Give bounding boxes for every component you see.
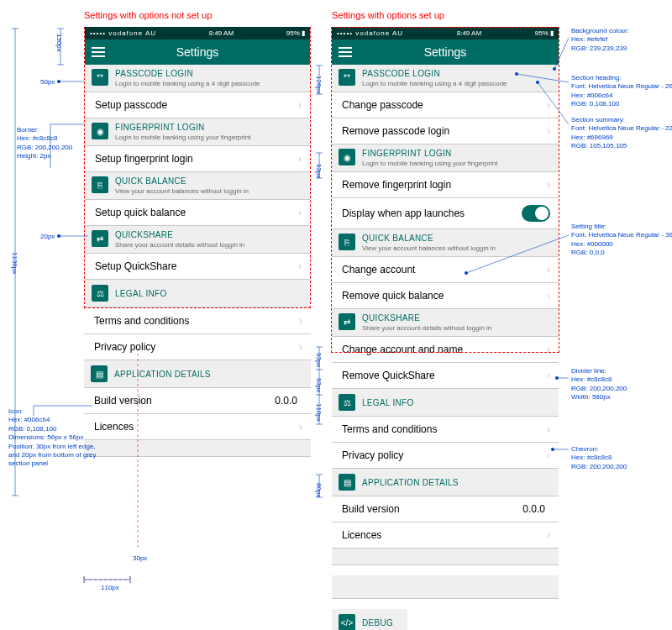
nav-title: Settings — [332, 45, 559, 59]
quickshare-icon: ⇄ — [92, 230, 108, 247]
row-display-launch[interactable]: Display when app launches — [332, 198, 559, 229]
phone-frame: ••••• vodafone AU 8:49 AM 95% ▮ Settings… — [84, 27, 311, 308]
status-bar: ••••• vodafone AU 8:49 AM 95% ▮ — [85, 27, 310, 39]
section-fingerprint: ◉ FINGERPRINT LOGIN Login to mobile bank… — [85, 118, 310, 146]
fingerprint-icon: ◉ — [92, 123, 108, 139]
section-summary: Share your account details without loggi… — [115, 241, 244, 249]
chevron-right-icon: › — [298, 260, 302, 272]
section-heading: APPLICATION DETAILS — [362, 478, 459, 487]
section-summary: View your account balances without loggi… — [115, 187, 249, 195]
appdetails-icon: ▤ — [339, 474, 355, 491]
chevron-right-icon: › — [299, 421, 302, 433]
section-heading: FINGERPRINT LOGIN — [362, 149, 497, 158]
nav-bar: Settings — [332, 39, 559, 65]
section-heading: QUICKSHARE — [115, 230, 244, 239]
chevron-right-icon: › — [547, 290, 550, 302]
status-battery: 95% ▮ — [286, 29, 305, 37]
row-privacy[interactable]: Privacy policy› — [332, 443, 559, 469]
chevron-right-icon: › — [547, 179, 550, 191]
annot-chevron: Chevron: Hex: #c8c8c8 RGB: 200,200,200 — [571, 445, 627, 471]
m-93b: 93px — [314, 378, 323, 392]
status-bar: ••••• vodafone AU 8:49 AM 95% ▮ — [332, 27, 559, 39]
footer-spacer — [84, 440, 311, 457]
chevron-right-icon: › — [298, 153, 302, 165]
section-appdetails: ▤ APPLICATION DETAILS — [332, 469, 559, 496]
section-summary: Login to mobile banking using your finge… — [362, 160, 497, 167]
chevron-right-icon: › — [547, 344, 550, 355]
annot-bg: Background colour: Hex: #efefef RGB: 239… — [571, 27, 629, 53]
device-right: ••••• vodafone AU 8:49 AM 95% ▮ Settings… — [332, 27, 559, 630]
section-fingerprint: ◉ FINGERPRINT LOGIN Login to mobile bank… — [332, 144, 559, 172]
row-change-passcode[interactable]: Change passcode› — [332, 92, 559, 118]
section-appdetails: ▤ APPLICATION DETAILS — [84, 360, 311, 388]
legal-icon: ⚖ — [339, 394, 355, 411]
section-summary: Share your account details without loggi… — [362, 324, 491, 332]
m-130: 130px — [55, 34, 63, 52]
spacer — [332, 549, 559, 565]
nav-title: Settings — [85, 45, 310, 59]
section-heading: PASSCODE LOGIN — [362, 69, 507, 78]
section-legal: ⚖ LEGAL INFO — [332, 389, 559, 417]
row-licences[interactable]: Licences› — [84, 414, 311, 440]
row-licences[interactable]: Licences› — [332, 522, 559, 549]
legal-icon: ⚖ — [92, 285, 108, 302]
m-93a: 93px — [314, 353, 323, 367]
chevron-right-icon: › — [547, 370, 550, 381]
chevron-right-icon: › — [547, 423, 550, 435]
spacer — [332, 575, 559, 599]
debug-icon: </> — [339, 614, 355, 630]
row-setup-quickbalance[interactable]: Setup quick balance› — [85, 200, 310, 226]
phone-frame: ••••• vodafone AU 8:49 AM 95% ▮ Settings… — [332, 27, 559, 337]
row-remove-fingerprint[interactable]: Remove fingerprint login› — [332, 172, 559, 198]
annot-border: Border: Hex: #c8c8c8 RGB: 200,200,200 He… — [17, 126, 72, 161]
annot-heading: Section heading: Font: Helvetica Neue Re… — [571, 74, 672, 109]
section-legal: ⚖ LEGAL INFO — [85, 280, 310, 307]
signal-dots-icon: ••••• vodafone AU — [337, 29, 403, 37]
section-debug: </> DEBUG — [332, 609, 407, 630]
section-passcode: ** PASSCODE LOGIN Login to mobile bankin… — [85, 65, 310, 92]
row-setup-passcode[interactable]: Setup passcode› — [85, 92, 310, 118]
chevron-right-icon: › — [547, 99, 550, 111]
section-summary: Login to mobile banking using a 4 digit … — [115, 80, 260, 87]
section-heading: QUICK BALANCE — [362, 234, 496, 243]
right-title: Settings with options set up — [332, 10, 444, 20]
appdetails-icon: ▤ — [91, 365, 108, 382]
row-build: Build version 0.0.0 — [84, 388, 311, 414]
toggle-on-icon[interactable] — [522, 205, 550, 222]
annot-summary: Section summary: Font: Helvetica Neue Re… — [571, 116, 672, 151]
row-remove-passcode[interactable]: Remove passcode login› — [332, 118, 559, 144]
row-setup-quickshare[interactable]: Setup QuickShare› — [85, 254, 310, 280]
left-title: Settings with options not set up — [84, 10, 212, 20]
section-heading: LEGAL INFO — [362, 398, 414, 407]
quickbalance-icon: ⎘ — [339, 234, 355, 250]
section-quickbalance: ⎘ QUICK BALANCE View your account balanc… — [332, 229, 559, 257]
section-heading: LEGAL INFO — [115, 289, 167, 298]
section-summary: Login to mobile banking using your finge… — [115, 134, 250, 141]
row-terms[interactable]: Terms and conditions› — [84, 308, 311, 334]
section-quickbalance: ⎘ QUICK BALANCE View your account balanc… — [85, 172, 310, 200]
svg-point-1 — [57, 234, 60, 238]
row-remove-quickshare[interactable]: Remove QuickShare› — [332, 363, 559, 389]
chevron-right-icon: › — [298, 99, 302, 111]
row-build: Build version 0.0.0 — [332, 496, 559, 522]
chevron-right-icon: › — [547, 449, 550, 461]
row-setup-fingerprint[interactable]: Setup fingerprint login› — [85, 146, 310, 172]
chevron-right-icon: › — [547, 125, 550, 137]
section-heading: PASSCODE LOGIN — [115, 69, 260, 78]
row-terms[interactable]: Terms and conditions› — [332, 417, 559, 443]
section-quickshare: ⇄ QUICKSHARE Share your account details … — [85, 226, 310, 254]
chevron-right-icon: › — [547, 264, 550, 276]
m-126: 126px — [314, 76, 323, 94]
status-time: 8:49 AM — [457, 29, 481, 37]
nav-bar: Settings — [85, 39, 310, 65]
section-heading: DEBUG — [362, 618, 393, 627]
row-change-account-name[interactable]: Change account and name› — [332, 337, 559, 363]
passcode-icon: ** — [92, 69, 108, 86]
m-110: 110px — [101, 584, 119, 592]
row-change-account[interactable]: Change account› — [332, 257, 559, 283]
section-quickshare: ⇄ QUICKSHARE Share your account details … — [332, 309, 559, 337]
row-remove-quickbalance[interactable]: Remove quick balance› — [332, 283, 559, 309]
quickshare-icon: ⇄ — [339, 313, 355, 330]
m-110b: 110px — [314, 403, 323, 422]
row-privacy[interactable]: Privacy policy› — [84, 334, 311, 360]
